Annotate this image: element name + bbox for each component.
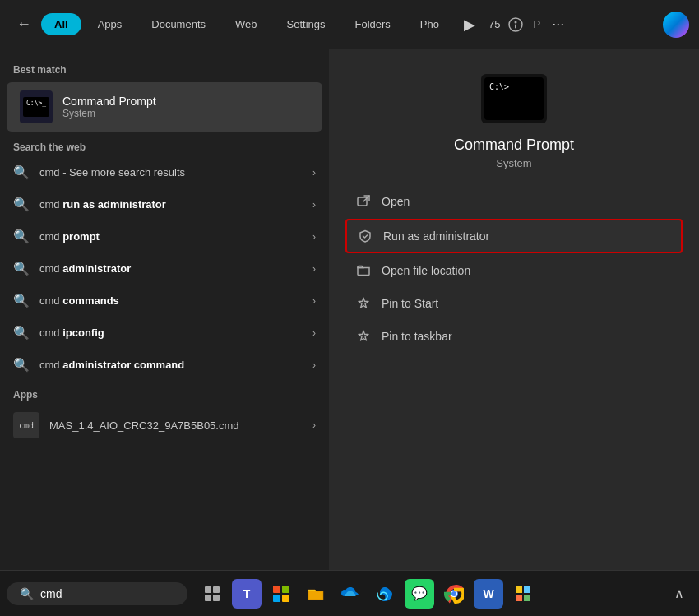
svg-rect-4 <box>205 586 211 593</box>
svg-point-1 <box>515 21 517 23</box>
tab-documents[interactable]: Documents <box>138 13 219 35</box>
app-preview-type: System <box>496 157 531 169</box>
app-item-name-0: MAS_1.4_AIO_CRC32_9A7B5B05.cmd <box>49 419 303 432</box>
svg-rect-6 <box>205 595 211 601</box>
app-preview-icon <box>481 74 547 123</box>
tab-all[interactable]: All <box>41 13 81 35</box>
best-match-text: Command Prompt System <box>62 95 156 119</box>
svg-rect-7 <box>213 595 220 601</box>
arrow-icon-6: › <box>312 359 316 371</box>
search-icon-6: 🔍 <box>13 357 30 373</box>
overflow-button[interactable]: ··· <box>545 12 571 36</box>
taskbar-search-icon: 🔍 <box>20 587 34 600</box>
chrome-icon[interactable] <box>439 579 469 609</box>
arrow-icon-2: › <box>312 231 316 243</box>
action-open[interactable]: Open <box>345 186 683 217</box>
back-button[interactable]: ← <box>10 12 38 36</box>
more-button[interactable]: ▶ <box>457 12 482 37</box>
search-item-text-2: cmd prompt <box>39 230 303 243</box>
edge-icon[interactable] <box>370 579 400 609</box>
apps-section-label: Apps <box>0 381 329 404</box>
search-web-label: Search the web <box>0 133 329 156</box>
onedrive-icon[interactable] <box>336 579 365 609</box>
shield-icon <box>357 228 373 244</box>
action-pin-taskbar[interactable]: Pin to taskbar <box>345 321 683 352</box>
search-item-text-5: cmd ipconfig <box>39 327 303 339</box>
best-match-label: Best match <box>0 59 329 81</box>
whatsapp-icon[interactable]: 💬 <box>405 579 434 609</box>
search-item-text-3: cmd administrator <box>39 262 303 275</box>
action-pin-start-label: Pin to Start <box>382 297 438 310</box>
search-box[interactable]: 🔍 <box>7 582 187 605</box>
app-arrow-0: › <box>312 419 316 431</box>
action-open-label: Open <box>382 195 410 208</box>
word-icon[interactable]: W <box>474 579 503 609</box>
left-panel: Best match C:\>_ Command Prompt System S… <box>0 49 329 570</box>
svg-rect-9 <box>282 586 289 593</box>
search-icon-1: 🔍 <box>13 197 30 212</box>
chevron-up-icon[interactable]: ∧ <box>666 581 692 607</box>
search-item-3[interactable]: 🔍 cmd administrator › <box>0 252 329 285</box>
taskbar-search-input[interactable] <box>40 587 172 600</box>
tab-folders[interactable]: Folders <box>342 13 404 35</box>
app-preview-name: Command Prompt <box>454 137 574 154</box>
search-item-6[interactable]: 🔍 cmd administrator command › <box>0 349 329 381</box>
tab-photos[interactable]: Pho <box>407 13 452 35</box>
search-item-2[interactable]: 🔍 cmd prompt › <box>0 220 329 252</box>
search-item-text-6: cmd administrator command <box>39 359 303 371</box>
search-icon-4: 🔍 <box>13 293 30 308</box>
tab-web[interactable]: Web <box>222 13 271 35</box>
action-pin-start[interactable]: Pin to Start <box>345 288 683 319</box>
tab-extra <box>508 17 523 32</box>
arrow-icon-3: › <box>312 263 316 275</box>
arrow-icon-4: › <box>312 295 316 307</box>
svg-rect-10 <box>273 595 280 602</box>
search-item-5[interactable]: 🔍 cmd ipconfig › <box>0 317 329 349</box>
search-icon-2: 🔍 <box>13 229 30 244</box>
app-item-0[interactable]: cmd MAS_1.4_AIO_CRC32_9A7B5B05.cmd › <box>0 404 329 447</box>
best-match-subtitle: System <box>62 108 156 119</box>
svg-rect-2 <box>515 24 516 28</box>
custom-app-icon[interactable] <box>508 579 538 609</box>
best-match-name: Command Prompt <box>62 95 156 108</box>
teams-icon[interactable]: T <box>232 579 262 609</box>
tab-settings[interactable]: Settings <box>274 13 339 35</box>
right-panel: Command Prompt System Open <box>329 49 699 570</box>
search-item-4[interactable]: 🔍 cmd commands › <box>0 285 329 317</box>
search-item-text-4: cmd commands <box>39 294 303 307</box>
search-item-1[interactable]: 🔍 cmd run as administrator › <box>0 188 329 220</box>
filter-tabs: ← All Apps Documents Web Settings Folder… <box>0 0 699 49</box>
cmd-icon: C:\>_ <box>20 90 53 123</box>
taskbar: 🔍 T <box>0 570 699 616</box>
taskview-icon[interactable] <box>197 579 227 609</box>
arrow-icon-1: › <box>312 199 316 211</box>
svg-rect-5 <box>213 586 220 593</box>
main-content: Best match C:\>_ Command Prompt System S… <box>0 49 699 570</box>
arrow-icon-0: › <box>312 167 316 178</box>
svg-rect-3 <box>358 197 367 206</box>
explorer-icon[interactable] <box>301 579 331 609</box>
search-item-0[interactable]: 🔍 cmd - See more search results › <box>0 156 329 188</box>
taskbar-right: ∧ <box>666 581 692 607</box>
search-window: ← All Apps Documents Web Settings Folder… <box>0 0 699 570</box>
best-match-item[interactable]: C:\>_ Command Prompt System <box>7 82 322 132</box>
search-item-text-0: cmd - See more search results <box>39 166 303 178</box>
action-list: Open Run as administrator <box>345 186 683 352</box>
action-open-file[interactable]: Open file location <box>345 255 683 286</box>
cmd-screen <box>484 77 544 120</box>
user-avatar[interactable] <box>663 12 689 38</box>
pin-icon <box>355 295 372 312</box>
tab-apps[interactable]: Apps <box>85 13 136 35</box>
search-item-text-1: cmd run as administrator <box>39 198 303 211</box>
store-icon[interactable] <box>266 579 296 609</box>
action-run-admin-label: Run as administrator <box>383 229 489 243</box>
svg-point-14 <box>451 591 456 596</box>
folder-icon <box>355 262 372 279</box>
app-icon-0: cmd <box>13 412 39 438</box>
search-icon-0: 🔍 <box>13 164 30 180</box>
action-open-file-label: Open file location <box>382 264 470 277</box>
action-run-admin[interactable]: Run as administrator <box>345 219 683 253</box>
pin-icon-2 <box>355 328 372 345</box>
svg-rect-8 <box>273 586 280 593</box>
arrow-icon-5: › <box>312 327 316 339</box>
